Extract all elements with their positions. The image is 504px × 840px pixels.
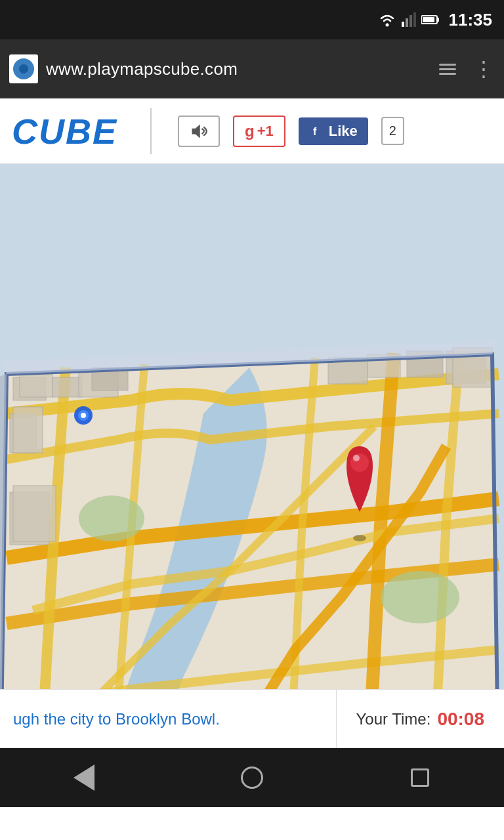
back-button[interactable] [64,758,104,797]
svg-rect-20 [13,407,43,453]
svg-point-34 [350,453,369,472]
count-label: 2 [389,123,396,138]
back-icon [74,765,94,791]
svg-point-28 [79,495,144,541]
status-time: 11:35 [449,10,493,30]
svg-rect-3 [410,15,412,27]
home-button[interactable] [232,758,272,797]
sound-icon [190,122,208,140]
time-area: Your Time: 00:08 [337,690,504,748]
status-bar: 11:35 [0,0,504,39]
svg-point-32 [81,413,86,418]
svg-rect-4 [413,12,416,27]
svg-point-33 [353,535,366,541]
recents-button[interactable] [400,758,440,797]
svg-rect-22 [13,486,56,541]
facebook-like-label: Like [329,123,358,140]
favicon-globe [13,58,34,79]
navigation-text: ugh the city to Brooklyn Bowl. [13,710,220,728]
svg-rect-1 [402,22,404,27]
browser-url: www.playmapscube.com [46,59,425,79]
gplus-button[interactable]: g +1 [233,116,285,147]
signal-icon [402,12,416,27]
gplus-label: +1 [257,123,274,140]
svg-rect-16 [52,377,82,397]
svg-point-29 [381,571,459,623]
svg-point-0 [385,24,388,27]
browser-more-icon[interactable]: ⋮ [473,56,495,81]
recents-icon [411,768,429,787]
svg-point-35 [353,455,360,461]
site-header: CUBE g +1 f Like 2 [0,98,504,164]
time-value: 00:08 [437,709,484,730]
svg-marker-8 [192,124,200,138]
gplus-icon: g [245,122,255,140]
wifi-icon [378,12,396,27]
svg-rect-7 [423,17,434,22]
count-button[interactable]: 2 [381,117,404,145]
time-label: Your Time: [356,710,431,728]
map-container[interactable] [0,164,504,689]
browser-menu-icon[interactable] [439,64,456,75]
facebook-icon: f [309,124,324,138]
svg-rect-6 [437,18,439,22]
svg-rect-2 [406,18,408,27]
browser-favicon [9,54,38,83]
header-divider [150,108,152,154]
browser-bar: www.playmapscube.com ⋮ [0,39,504,98]
home-icon [241,766,263,789]
map-svg [0,164,504,689]
info-text-area: ugh the city to Brooklyn Bowl. [0,690,337,748]
android-nav-bar [0,748,504,807]
sound-button[interactable] [178,116,220,147]
svg-text:f: f [313,126,317,137]
info-bar: ugh the city to Brooklyn Bowl. Your Time… [0,689,504,748]
status-icons: 11:35 [378,10,493,30]
map-cube-wrapper [0,164,504,689]
svg-rect-15 [20,374,52,397]
battery-icon [421,14,440,25]
facebook-like-button[interactable]: f Like [299,117,368,145]
site-logo: CUBE [12,111,117,152]
